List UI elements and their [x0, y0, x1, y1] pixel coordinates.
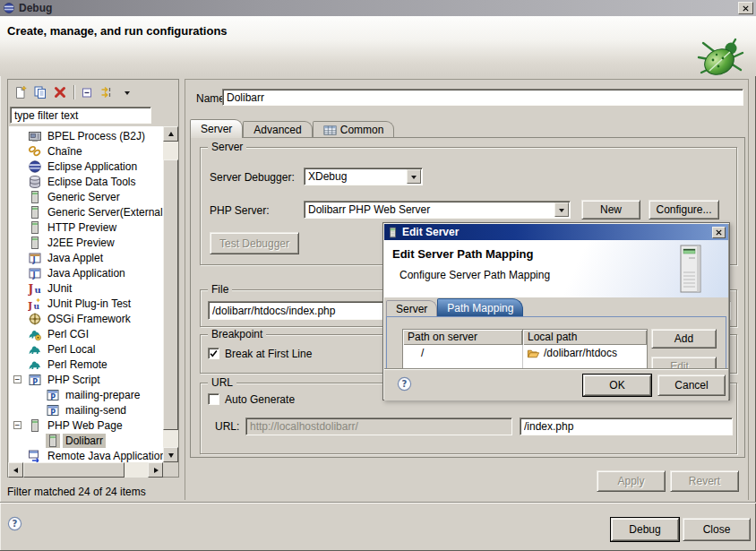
menu-dropdown-icon	[125, 91, 130, 98]
filter-input[interactable]	[10, 107, 151, 124]
auto-generate-checkbox[interactable]	[208, 393, 219, 405]
tree-item-label: Perl CGI	[45, 327, 91, 341]
tree-item-mailing-send[interactable]: mailing-send	[9, 402, 163, 418]
dialog-button-bar: OK Cancel	[384, 368, 728, 400]
collapse-all-button[interactable]	[80, 84, 96, 100]
tab-path-mapping[interactable]: Path Mapping	[437, 298, 523, 316]
dropdown-arrow-icon[interactable]	[407, 169, 421, 184]
dropdown-arrow-icon[interactable]	[554, 202, 569, 217]
php-server-select[interactable]: Dolibarr PHP Web Server	[304, 201, 571, 219]
apply-button[interactable]: Apply	[597, 470, 666, 492]
tree-item-label: HTTP Preview	[45, 220, 119, 235]
column-local-path[interactable]: Local path	[523, 330, 647, 345]
test-debugger-button[interactable]: Test Debugger	[210, 232, 299, 254]
folder-icon	[527, 347, 540, 360]
tab-common-label: Common	[340, 124, 384, 136]
cancel-button[interactable]: Cancel	[657, 375, 726, 396]
tree-item-osgi-framework[interactable]: OSGi Framework	[9, 311, 163, 326]
tree-item-j2ee-preview[interactable]: J2EE Preview	[9, 235, 163, 250]
edit-button[interactable]: Edit...	[651, 357, 717, 368]
tree-horizontal-scrollbar[interactable]	[8, 462, 163, 478]
menu-dropdown-button[interactable]	[119, 84, 135, 100]
tree-item-eclipse-data-tools[interactable]: Eclipse Data Tools	[9, 174, 163, 189]
tree-item-perl-remote[interactable]: Perl Remote	[9, 357, 163, 372]
duplicate-config-button[interactable]	[32, 84, 48, 100]
close-button[interactable]: Close	[683, 518, 751, 541]
tree-item-cha-ne[interactable]: Chaîne	[9, 143, 163, 159]
break-at-first-line-checkbox[interactable]	[208, 348, 219, 359]
tab-server-settings[interactable]: Server	[386, 300, 437, 316]
eclipse-logo-icon	[3, 2, 15, 14]
edit-server-titlebar[interactable]: Edit Server	[384, 224, 728, 240]
tree-item-generic-server[interactable]: Generic Server	[9, 189, 163, 204]
name-input[interactable]	[222, 89, 743, 106]
tab-path-mapping-label: Path Mapping	[447, 302, 513, 314]
tree-item-php-web-page[interactable]: −PHP Web Page	[9, 418, 163, 433]
tree-item-php-script[interactable]: −PHP Script	[9, 372, 163, 387]
edit-server-tabs: Server Path Mapping	[386, 298, 523, 316]
vertical-scroll-thumb[interactable]	[163, 159, 178, 430]
server-debugger-value: XDebug	[305, 168, 406, 185]
tab-common[interactable]: Common	[313, 121, 395, 138]
tree-item-junit-plug-in-test[interactable]: JUnit Plug-in Test	[9, 296, 163, 311]
server-debugger-select[interactable]: XDebug	[304, 168, 423, 185]
tree-item-label: Chaîne	[45, 144, 85, 159]
new-server-button[interactable]: New	[581, 200, 640, 220]
tree-item-java-applet[interactable]: Java Applet	[9, 250, 163, 265]
tree-item-label: OSGi Framework	[45, 312, 133, 326]
tree-item-perl-local[interactable]: Perl Local	[9, 341, 163, 357]
tree-collapse-toggle[interactable]: −	[13, 421, 21, 429]
php-script-icon	[28, 373, 42, 387]
collapse-all-icon	[81, 85, 95, 99]
tree-item-label: Java Applet	[45, 251, 106, 265]
column-path-on-server[interactable]: Path on server	[403, 330, 523, 345]
break-at-first-line-label: Break at First Line	[225, 348, 312, 360]
scroll-down-button[interactable]	[163, 447, 178, 462]
tree-item-remote-java-application[interactable]: Remote Java Application	[9, 448, 163, 462]
tree-item-junit[interactable]: JUnit	[9, 280, 163, 296]
debug-button[interactable]: Debug	[611, 518, 679, 541]
delete-config-button[interactable]	[52, 84, 68, 100]
new-config-icon	[13, 85, 28, 99]
scroll-left-button[interactable]	[8, 462, 23, 478]
auto-generate-label: Auto Generate	[225, 393, 295, 406]
help-icon[interactable]	[7, 516, 22, 531]
ok-button[interactable]: OK	[583, 375, 651, 396]
tree-vertical-scrollbar[interactable]	[163, 126, 178, 462]
tab-server[interactable]: Server	[190, 119, 243, 138]
url-base-input	[245, 418, 512, 435]
url-path-input[interactable]	[520, 418, 733, 435]
config-sidebar: BPEL Process (B2J)ChaîneEclipse Applicat…	[7, 79, 179, 478]
tab-advanced[interactable]: Advanced	[243, 121, 312, 138]
breakpoint-group-label: Breakpoint	[208, 328, 266, 340]
scroll-right-button[interactable]	[148, 462, 163, 478]
configure-server-button[interactable]: Configure...	[649, 200, 719, 220]
tree-item-label: Eclipse Data Tools	[45, 175, 139, 189]
path-mapping-row[interactable]: //dolibarr/htdocs	[403, 345, 647, 361]
tree-item-java-application[interactable]: Java Application	[9, 265, 163, 280]
tree-item-http-preview[interactable]: HTTP Preview	[9, 220, 163, 235]
tree-item-perl-cgi[interactable]: Perl CGI	[9, 326, 163, 341]
scroll-up-button[interactable]	[163, 126, 178, 142]
window-titlebar[interactable]: Debug	[0, 0, 756, 16]
perl-icon	[28, 357, 42, 372]
eclipse-sphere-icon	[28, 159, 42, 174]
tree-collapse-toggle[interactable]: −	[13, 375, 21, 383]
add-button[interactable]: Add	[651, 329, 717, 349]
tree-item-mailing-prepare[interactable]: mailing-prepare	[9, 387, 163, 402]
window-close-button[interactable]	[738, 2, 753, 14]
tree-item-eclipse-application[interactable]: Eclipse Application	[9, 159, 163, 174]
path-mapping-panel: Path on server Local path //dolibarr/htd…	[386, 316, 726, 368]
java-applet-icon	[28, 251, 42, 265]
new-config-button[interactable]	[13, 84, 29, 100]
tree-item-bpel-process-b2j[interactable]: BPEL Process (B2J)	[9, 128, 163, 143]
horizontal-scroll-thumb[interactable]	[23, 462, 125, 478]
tree-item-dolibarr[interactable]: Dolibarr	[9, 433, 163, 448]
dialog-help-icon[interactable]	[397, 376, 412, 392]
filter-button[interactable]	[99, 84, 116, 100]
edit-server-close-button[interactable]	[712, 227, 726, 238]
php-web-icon	[28, 418, 42, 433]
revert-button[interactable]: Revert	[670, 470, 739, 492]
delete-config-icon	[53, 85, 67, 99]
tree-item-generic-server-external-la[interactable]: Generic Server(External La	[9, 204, 163, 220]
